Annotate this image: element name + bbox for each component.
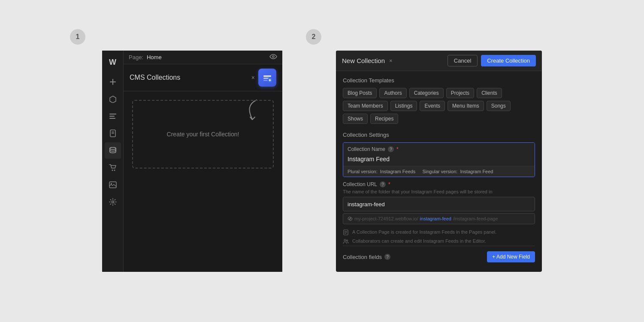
templates-section-title: Collection Templates — [343, 77, 535, 84]
collection-name-input[interactable] — [343, 154, 535, 166]
template-projects[interactable]: Projects — [446, 88, 474, 98]
url-label: Collection URL — [343, 181, 377, 187]
svg-rect-25 — [345, 233, 346, 234]
svg-rect-1 — [112, 79, 113, 85]
svg-rect-16 — [263, 75, 271, 77]
svg-point-27 — [347, 240, 348, 241]
panel2-header: New Collection × Cancel Create Collectio… — [336, 51, 542, 71]
pages-icon[interactable] — [105, 125, 121, 141]
webflow-logo-icon: W — [105, 54, 121, 70]
svg-point-11 — [114, 170, 115, 171]
page-name: Home — [147, 54, 162, 60]
svg-rect-8 — [112, 133, 114, 134]
cms-close-icon[interactable]: × — [251, 74, 255, 81]
fields-help-icon[interactable]: ? — [384, 254, 390, 260]
svg-point-13 — [111, 183, 112, 184]
info-note-1-text: A Collection Page is created for Instagr… — [352, 229, 496, 235]
svg-point-26 — [344, 239, 346, 241]
template-listings[interactable]: Listings — [390, 101, 417, 111]
svg-rect-5 — [109, 118, 115, 119]
svg-rect-23 — [345, 231, 347, 232]
step-2-indicator: 2 — [306, 29, 321, 45]
url-preview-base: my-project-724912.webflow.io/ — [354, 216, 418, 221]
info-notes: A Collection Page is created for Instagr… — [343, 229, 535, 246]
svg-rect-3 — [109, 114, 116, 114]
svg-marker-2 — [110, 96, 116, 103]
info-note-2-text: Collaborators can create and edit Instag… — [352, 238, 486, 244]
template-blog-posts[interactable]: Blog Posts — [343, 88, 377, 98]
panel1-main: Page: Home CMS Collections × — [124, 51, 282, 272]
plural-hint: Plural version: Instagram Feeds — [348, 169, 415, 174]
template-clients[interactable]: Clients — [477, 88, 502, 98]
template-menu-items[interactable]: Menu Items — [447, 101, 484, 111]
url-required: * — [388, 181, 390, 187]
page-note-icon — [343, 229, 349, 237]
template-recipes[interactable]: Recipes — [370, 114, 398, 124]
panel1-cms-collections: W — [102, 51, 282, 272]
empty-collection-box: Create your first Collection! — [132, 100, 274, 169]
collection-url-section: Collection URL ? * The name of the folde… — [343, 181, 535, 224]
url-description: The name of the folder that your Instagr… — [343, 189, 535, 194]
svg-point-15 — [272, 56, 274, 57]
add-element-icon[interactable] — [105, 74, 121, 90]
template-team-members[interactable]: Team Members — [343, 101, 388, 111]
collection-name-label: Collection Name — [348, 146, 385, 152]
url-label-row: Collection URL ? * — [343, 181, 535, 187]
info-note-1: A Collection Page is created for Instagr… — [343, 229, 535, 237]
field-hint-row: Plural version: Instagram Feeds Singular… — [343, 166, 535, 177]
info-note-2: Collaborators can create and edit Instag… — [343, 238, 535, 246]
create-collection-button[interactable]: Create Collection — [481, 55, 536, 66]
url-preview-highlight: instagram-feed — [420, 216, 451, 221]
singular-hint: Singular version: Instagram Feed — [422, 169, 493, 174]
sidebar: W — [102, 51, 124, 272]
ecommerce-icon[interactable] — [105, 159, 121, 176]
url-help-icon[interactable]: ? — [380, 181, 386, 187]
svg-point-9 — [110, 147, 116, 150]
panel2-new-collection: New Collection × Cancel Create Collectio… — [336, 51, 542, 272]
cms-content-area: Create your first Collection! — [124, 91, 282, 177]
collection-fields-header: Collection fields ? + Add New Field — [343, 246, 535, 262]
url-preview: my-project-724912.webflow.io/instagram-f… — [343, 213, 535, 224]
template-events[interactable]: Events — [420, 101, 445, 111]
url-input[interactable] — [348, 201, 530, 208]
collection-name-required: * — [396, 146, 399, 152]
add-new-field-button[interactable]: + Add New Field — [487, 251, 535, 262]
svg-rect-4 — [109, 116, 115, 117]
step-1-indicator: 1 — [70, 29, 85, 45]
cms-panel: CMS Collections × — [124, 64, 282, 272]
template-categories[interactable]: Categories — [409, 88, 444, 98]
link-icon — [348, 216, 353, 221]
template-authors[interactable]: Authors — [379, 88, 406, 98]
url-input-wrapper — [343, 197, 535, 211]
settings-icon[interactable] — [105, 194, 121, 210]
cancel-button[interactable]: Cancel — [447, 55, 478, 66]
cms-icon[interactable] — [105, 142, 121, 159]
components-icon[interactable] — [105, 91, 121, 107]
template-songs[interactable]: Songs — [487, 101, 511, 111]
svg-point-14 — [112, 201, 114, 203]
collection-name-label-row: Collection Name ? * — [343, 143, 535, 154]
panel1-header: Page: Home — [124, 51, 282, 64]
assets-icon[interactable] — [105, 177, 121, 193]
collection-name-help-icon[interactable]: ? — [388, 146, 394, 152]
svg-rect-24 — [345, 232, 347, 233]
navigator-icon[interactable] — [105, 108, 121, 124]
collection-fields-title: Collection fields ? — [343, 254, 390, 260]
add-collection-button[interactable] — [258, 69, 276, 87]
cms-header: CMS Collections × — [124, 64, 282, 91]
template-shows[interactable]: Shows — [343, 114, 368, 124]
panel2-close-icon[interactable]: × — [389, 57, 393, 64]
page-label: Page: — [129, 54, 143, 60]
svg-rect-7 — [112, 132, 114, 132]
templates-grid: Blog Posts Authors Categories Projects C… — [343, 88, 535, 124]
empty-collection-text: Create your first Collection! — [167, 131, 239, 138]
panel2-actions: Cancel Create Collection — [447, 55, 536, 66]
preview-icon[interactable] — [269, 54, 277, 60]
panel2-title: New Collection — [342, 57, 385, 64]
svg-rect-21 — [269, 79, 270, 81]
cms-panel-title: CMS Collections — [130, 74, 248, 81]
panel2-body: Collection Templates Blog Posts Authors … — [336, 71, 542, 271]
url-preview-suffix: /instagram-feed-page — [453, 216, 498, 221]
svg-point-10 — [112, 170, 113, 171]
collection-name-field-group: Collection Name ? * Plural version: Inst… — [343, 142, 535, 177]
